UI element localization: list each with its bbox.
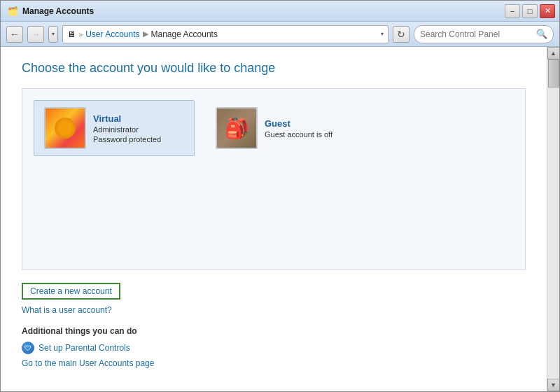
minimize-button[interactable]: − [505,4,520,18]
title-bar: 🗂️ Manage Accounts − □ ✕ [1,1,559,22]
search-bar[interactable]: 🔍 [414,25,554,43]
avatar-guest: 🎒 [216,107,258,149]
nav-history-dropdown[interactable]: ▾ [48,26,58,43]
breadcrumb-link-user-accounts[interactable]: User Accounts [85,29,139,39]
content-panel: Choose the account you would like to cha… [1,47,547,391]
scroll-up-button[interactable]: ▲ [547,47,560,59]
main-page-label: Go to the main User Accounts page [22,358,154,368]
window-title: Manage Accounts [22,6,94,16]
scrollbar: ▲ ▼ [547,47,559,391]
account-name-guest: Guest [265,118,332,129]
account-card-virtual[interactable]: Virtual Administrator Password protected [34,100,195,156]
account-type-virtual: Administrator [93,125,161,134]
breadcrumb-dropdown[interactable]: ▾ [381,31,384,37]
forward-button[interactable]: → [27,26,44,43]
parental-controls-link[interactable]: 🛡 Set up Parental Controls [22,342,526,354]
account-info-guest: Guest Guest account is off [265,118,332,139]
avatar-guest-image: 🎒 [217,108,256,148]
avatar-virtual-image [46,108,85,148]
account-info-virtual: Virtual Administrator Password protected [93,113,161,144]
account-card-guest[interactable]: 🎒 Guest Guest account is off [206,100,367,156]
close-button[interactable]: ✕ [540,4,555,18]
maximize-button[interactable]: □ [522,4,538,18]
breadcrumb-arrow: ▶ [143,29,148,38]
breadcrumb-bar: 🖥 » User Accounts ▶ Manage Accounts ▾ [62,25,388,43]
main-area: Choose the account you would like to cha… [1,47,559,391]
page-title: Choose the account you would like to cha… [22,61,526,76]
breadcrumb-current: Manage Accounts [151,29,218,39]
search-icon: 🔍 [536,29,547,39]
back-button[interactable]: ← [6,26,23,43]
create-new-account-button[interactable]: Create a new account [22,283,120,300]
window-icon: 🗂️ [8,6,18,16]
account-type-guest: Guest account is off [265,130,332,139]
account-name-virtual: Virtual [93,113,161,124]
nav-bar: ← → ▾ 🖥 » User Accounts ▶ Manage Account… [1,22,559,47]
create-account-section: Create a new account [22,283,526,305]
parental-controls-icon: 🛡 [22,342,34,354]
what-is-user-account-link[interactable]: What is a user account? [22,305,526,315]
scroll-track[interactable] [548,59,559,379]
window: 🗂️ Manage Accounts − □ ✕ ← → ▾ 🖥 » User … [0,0,560,392]
main-user-accounts-link[interactable]: Go to the main User Accounts page [22,358,526,368]
search-input[interactable] [420,29,533,39]
additional-section: Additional things you can do 🛡 Set up Pa… [22,326,526,368]
scroll-down-button[interactable]: ▼ [547,379,560,391]
account-status-virtual: Password protected [93,135,161,144]
scroll-thumb[interactable] [548,59,559,88]
title-bar-left: 🗂️ Manage Accounts [8,6,94,16]
breadcrumb-icon: 🖥 [67,29,76,39]
refresh-button[interactable]: ↻ [393,26,410,43]
accounts-grid: Virtual Administrator Password protected… [22,88,526,270]
breadcrumb-separator: » [78,30,83,38]
title-bar-buttons: − □ ✕ [505,4,555,18]
additional-title: Additional things you can do [22,326,526,336]
parental-controls-label: Set up Parental Controls [38,343,130,353]
avatar-virtual [44,107,86,149]
